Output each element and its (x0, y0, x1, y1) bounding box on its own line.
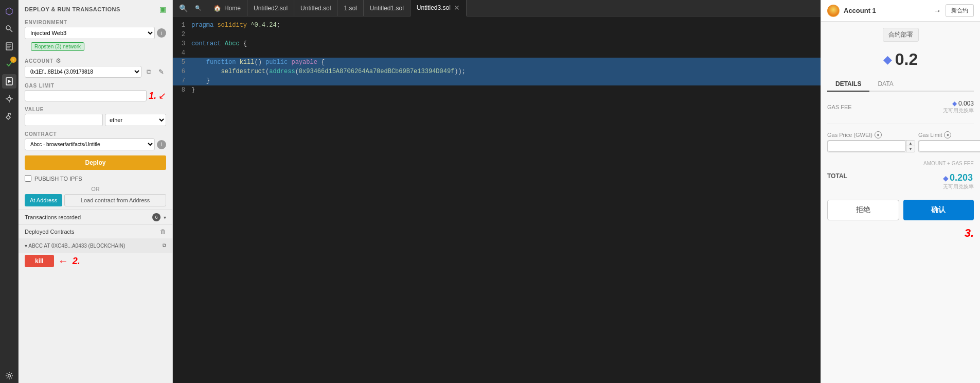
mm-action-buttons: 拒绝 确认 (827, 200, 974, 220)
contract-info-btn[interactable]: i (157, 140, 166, 149)
compile-icon[interactable]: 1 (2, 57, 16, 71)
settings-icon[interactable] (2, 369, 16, 383)
compile-badge: 1 (10, 57, 16, 63)
environment-info-btn[interactable]: i (157, 28, 166, 38)
value-label: VALUE (19, 103, 172, 114)
gas-limit-info-icon[interactable]: ● (944, 131, 951, 138)
tab-untitled-label: Untitled.sol (300, 5, 331, 12)
account-input-row: 0x1Ef...8B1b4 (3.09179818 ⧉ ✎ (19, 66, 172, 80)
contract-instance: ▾ ABCC AT 0XC4B...A0433 (BLOCKCHAIN) ⧉ (19, 238, 172, 253)
value-unit-select[interactable]: ether wei gwei finney (105, 114, 166, 126)
account-select[interactable]: 0x1Ef...8B1b4 (3.09179818 (25, 66, 141, 78)
contract-select[interactable]: Abcc - browser/artifacts/Untitle (25, 138, 155, 150)
logo-icon: ⬡ (2, 4, 16, 19)
tab-untitled2-label: Untitled2.sol (254, 5, 288, 12)
code-container: 1 pragma solidity ^0.4.24; 2 3 contract … (173, 16, 821, 383)
zoom-in-icon[interactable]: 🔍 (177, 3, 190, 13)
transactions-right: 6 ▾ (152, 213, 166, 221)
mm-tab-details[interactable]: DETAILS (827, 77, 869, 92)
mm-gas-price-input[interactable]: 1 (828, 141, 906, 152)
code-line-1: 1 pragma solidity ^0.4.24; (173, 21, 821, 30)
load-contract-button[interactable]: Load contract from Address (64, 194, 166, 206)
mm-gas-price-label: Gas Price (GWEI) ● (827, 131, 915, 138)
mm-gas-limit-input[interactable]: 3000000 (919, 141, 980, 152)
mm-eth-value: 0.2 (895, 50, 918, 69)
annotation-2: 2. (73, 256, 80, 267)
at-address-button[interactable]: At Address (25, 194, 62, 206)
panel-info-icon[interactable]: ▣ (159, 5, 166, 13)
tab-untitled3-label: Untitled3.sol (417, 4, 451, 11)
metamask-panel: Account 1 → 新合约 合约部署 ◆ 0.2 DETAILS DATA … (821, 0, 980, 383)
mm-gas-price-down[interactable]: ▼ (906, 146, 915, 152)
account-label-row: ACCOUNT ⚙ (19, 57, 172, 66)
environment-select[interactable]: Injected Web3 (25, 27, 155, 39)
code-line-2: 2 (173, 30, 821, 39)
tab-untitled2[interactable]: Untitled2.sol (247, 0, 294, 16)
mm-arrow-icon[interactable]: → (933, 6, 941, 15)
eth-diamond-icon: ◆ (883, 53, 892, 66)
search-icon[interactable] (2, 22, 16, 36)
editor-toolbar: 🔍 🔍 (173, 3, 207, 13)
tab-home[interactable]: 🏠 Home (207, 0, 247, 16)
edit-account-icon[interactable]: ✎ (156, 67, 166, 77)
contract-instance-label: ABCC AT 0XC4B...A0433 (BLOCKCHAIN) (28, 243, 125, 249)
contract-copy-icon[interactable]: ⧉ (163, 242, 166, 249)
metamask-logo (827, 5, 840, 17)
mm-gas-limit-col: Gas Limit ● 3000000 ▲ ▼ (918, 131, 980, 152)
tab-untitled3[interactable]: Untitled3.sol ✕ (411, 0, 467, 16)
mm-new-contract-btn[interactable]: 新合约 (946, 4, 974, 17)
tab-untitled1[interactable]: Untitled1.sol (364, 0, 411, 16)
tab-close-icon[interactable]: ✕ (454, 4, 460, 11)
mm-total-label: TOTAL (827, 172, 847, 180)
deployed-contracts-label: Deployed Contracts (25, 229, 75, 235)
svg-point-8 (8, 97, 11, 100)
mm-gas-fee-row: GAS FEE ◆ 0.003 无可用兑换率 (827, 100, 974, 114)
mm-gas-fee-subtext: 无可用兑换率 (943, 107, 974, 114)
copy-account-icon[interactable]: ⧉ (144, 67, 154, 77)
transactions-chevron: ▾ (164, 215, 166, 220)
transactions-row[interactable]: Transactions recorded 6 ▾ (19, 210, 172, 224)
mm-confirm-button[interactable]: 确认 (903, 200, 974, 220)
mm-gas-limit-input-row: 3000000 ▲ ▼ (918, 140, 980, 152)
annotation-3: 3. (965, 227, 974, 239)
mm-tab-data[interactable]: DATA (869, 77, 901, 92)
network-badge: Ropsten (3) network (31, 42, 84, 51)
deployed-contracts-row[interactable]: Deployed Contracts 🗑 (19, 224, 172, 238)
mm-gas-price-col: Gas Price (GWEI) ● 1 ▲ ▼ (827, 131, 915, 152)
tab-1sol[interactable]: 1.sol (337, 0, 363, 16)
transactions-label: Transactions recorded (25, 214, 81, 220)
zoom-out-icon[interactable]: 🔍 (193, 4, 203, 12)
mm-gas-price-spinners: ▲ ▼ (906, 141, 915, 152)
deploy-button[interactable]: Deploy (25, 155, 166, 170)
mm-reject-button[interactable]: 拒绝 (827, 200, 899, 220)
account-gear-icon[interactable]: ⚙ (56, 57, 61, 64)
account-label: ACCOUNT (25, 58, 54, 64)
mm-gas-price-up[interactable]: ▲ (906, 141, 915, 146)
code-line-5: 5 function kill() public payable { (173, 58, 821, 67)
tab-untitled1-label: Untitled1.sol (370, 5, 404, 12)
editor-tabs: 🔍 🔍 🏠 Home Untitled2.sol Untitled.sol 1.… (173, 0, 821, 16)
arrow-2: ← (58, 255, 68, 267)
mm-contract-deploy-badge: 合约部署 (883, 28, 919, 42)
plugin-icon[interactable] (2, 109, 16, 124)
value-input[interactable]: 0.2 (25, 114, 103, 126)
environment-label: ENVIRONMENT (19, 16, 172, 27)
deploy-icon[interactable] (2, 74, 16, 89)
svg-point-0 (6, 26, 10, 30)
publish-ipfs-label: PUBLISH TO IPFS (34, 176, 82, 182)
tab-untitled[interactable]: Untitled.sol (294, 0, 337, 16)
gas-limit-input[interactable]: 3000000 (25, 90, 147, 101)
trash-icon[interactable]: 🗑 (160, 228, 166, 235)
mm-divider-1 (827, 124, 974, 124)
file-icon[interactable] (2, 39, 16, 54)
panel-title: DEPLOY & RUN TRANSACTIONS (25, 6, 120, 12)
kill-button[interactable]: kill (25, 255, 54, 267)
mm-header: Account 1 → 新合约 (821, 0, 980, 22)
kill-row: kill ← 2. (19, 253, 172, 271)
mm-total-value: ◆ 0.203 (943, 172, 974, 183)
code-line-7: 7 } (173, 76, 821, 85)
gas-price-info-icon[interactable]: ● (875, 131, 882, 138)
publish-ipfs-checkbox[interactable] (25, 175, 31, 182)
debug-icon[interactable] (2, 92, 16, 106)
mm-gas-fee-value: ◆ 0.003 (943, 100, 974, 107)
